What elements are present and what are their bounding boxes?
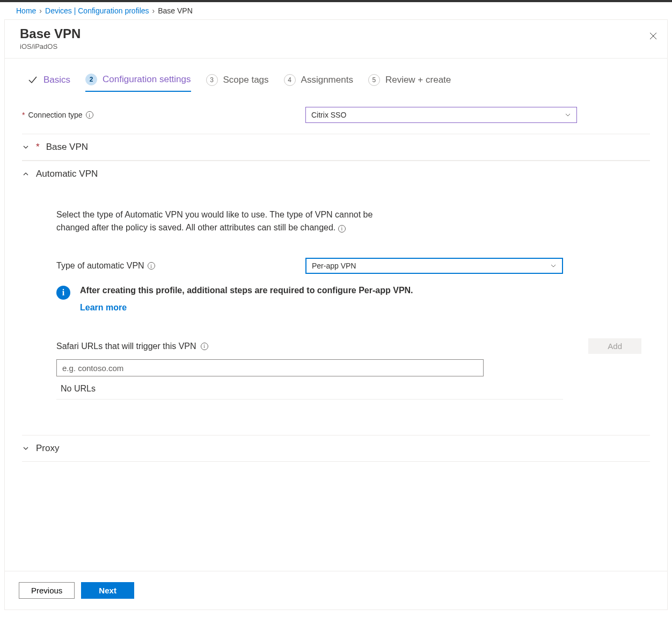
wizard-step-label: Assignments [301, 75, 353, 85]
chevron-up-icon [22, 170, 30, 178]
info-icon[interactable]: i [338, 225, 346, 233]
auto-vpn-type-label: Type of automatic VPN i [56, 261, 305, 271]
chevron-down-icon [22, 445, 30, 452]
safari-urls-row: Safari URLs that will trigger this VPN i… [56, 338, 650, 354]
section-title: Proxy [36, 443, 59, 454]
section-base-vpn[interactable]: * Base VPN [22, 134, 650, 161]
label-text: Connection type [28, 111, 82, 119]
safari-url-input[interactable] [56, 359, 484, 376]
breadcrumb-devices[interactable]: Devices | Configuration profiles [45, 6, 149, 15]
checkmark-icon [27, 75, 38, 85]
wizard-step-label: Scope tags [223, 75, 269, 85]
dropdown-value: Per-app VPN [312, 262, 356, 270]
connection-type-row: * Connection type i Citrix SSO [22, 103, 650, 134]
connection-type-label: * Connection type i [22, 111, 305, 119]
chevron-down-icon [565, 112, 571, 118]
required-asterisk: * [22, 111, 25, 119]
breadcrumb: Home › Devices | Configuration profiles … [0, 2, 672, 19]
automatic-vpn-body: Select the type of Automatic VPN you wou… [22, 187, 650, 417]
wizard-step-basics[interactable]: Basics [27, 75, 70, 91]
section-automatic-vpn[interactable]: Automatic VPN [22, 161, 650, 187]
main-panel: Base VPN iOS/iPadOS Basics 2 Configurati… [4, 19, 668, 610]
learn-more-link[interactable]: Learn more [80, 303, 127, 313]
step-number-badge: 5 [368, 74, 380, 86]
wizard-step-review[interactable]: 5 Review + create [368, 74, 451, 91]
required-asterisk: * [36, 142, 40, 153]
section-title: Base VPN [46, 142, 88, 153]
note-text: After creating this profile, additional … [80, 286, 413, 295]
step-number-badge: 4 [284, 74, 296, 86]
auto-vpn-type-row: Type of automatic VPN i Per-app VPN [56, 258, 650, 274]
chevron-right-icon: › [39, 6, 42, 15]
safari-urls-label: Safari URLs that will trigger this VPN i [56, 342, 208, 351]
next-button[interactable]: Next [81, 582, 134, 599]
step-number-badge: 2 [85, 74, 97, 85]
connection-type-dropdown[interactable]: Citrix SSO [305, 107, 577, 123]
panel-header: Base VPN iOS/iPadOS [5, 20, 667, 59]
page-subtitle: iOS/iPadOS [20, 42, 652, 50]
wizard-step-label: Configuration settings [103, 74, 191, 85]
page-title: Base VPN [20, 26, 652, 41]
add-url-button[interactable]: Add [588, 338, 641, 354]
info-note: i After creating this profile, additiona… [56, 286, 650, 313]
info-icon: i [56, 286, 70, 300]
wizard-step-assignments[interactable]: 4 Assignments [284, 74, 353, 91]
breadcrumb-current: Base VPN [158, 6, 193, 15]
section-title: Automatic VPN [36, 169, 98, 179]
wizard-step-label: Review + create [385, 75, 451, 85]
footer: Previous Next [5, 571, 667, 610]
info-icon[interactable]: i [148, 262, 155, 270]
step-number-badge: 3 [206, 74, 218, 86]
info-icon[interactable]: i [201, 343, 208, 350]
wizard-steps: Basics 2 Configuration settings 3 Scope … [5, 59, 667, 97]
close-icon [649, 32, 658, 40]
no-urls-text: No URLs [56, 379, 563, 400]
content-area: * Connection type i Citrix SSO * Base VP… [5, 97, 667, 516]
label-text: Type of automatic VPN [56, 261, 144, 271]
help-text: Select the type of Automatic VPN you wou… [56, 208, 384, 234]
chevron-down-icon [550, 263, 557, 269]
auto-vpn-type-dropdown[interactable]: Per-app VPN [305, 258, 563, 274]
wizard-step-scope-tags[interactable]: 3 Scope tags [206, 74, 269, 91]
wizard-step-label: Basics [43, 75, 70, 85]
dropdown-value: Citrix SSO [311, 111, 346, 119]
wizard-step-configuration[interactable]: 2 Configuration settings [85, 74, 191, 92]
label-text: Safari URLs that will trigger this VPN [56, 342, 196, 351]
breadcrumb-home[interactable]: Home [16, 6, 36, 15]
chevron-down-icon [22, 143, 30, 151]
section-proxy[interactable]: Proxy [22, 436, 650, 462]
previous-button[interactable]: Previous [19, 582, 75, 599]
close-button[interactable] [646, 28, 661, 43]
chevron-right-icon: › [152, 6, 155, 15]
info-icon[interactable]: i [86, 111, 93, 119]
